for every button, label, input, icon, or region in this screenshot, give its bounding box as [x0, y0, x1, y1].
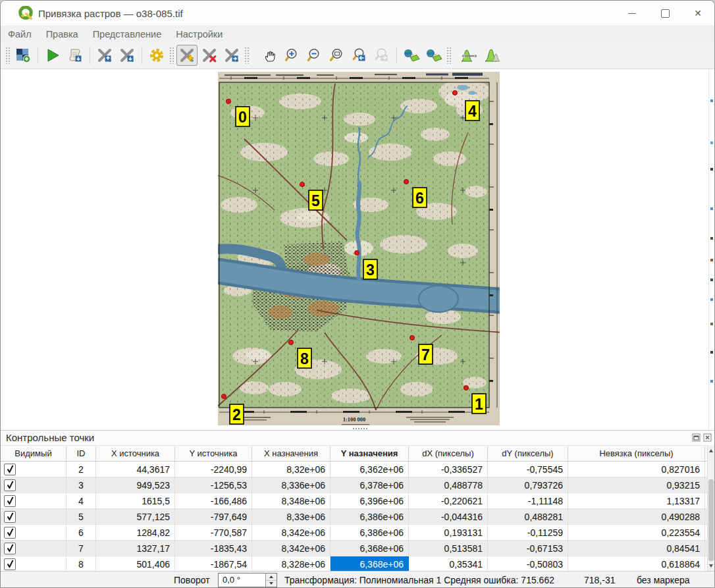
value-cell[interactable]: 0,488778 — [409, 477, 488, 493]
value-cell[interactable]: 1327,17 — [96, 541, 175, 556]
maximize-button[interactable] — [649, 1, 681, 26]
local-histogram-stretch-button[interactable] — [481, 45, 502, 66]
load-gcp-points-button[interactable] — [94, 45, 115, 66]
value-cell[interactable]: 0,84541 — [568, 541, 705, 556]
spin-down-button[interactable] — [266, 581, 277, 587]
value-cell[interactable]: -0,336527 — [409, 462, 488, 477]
column-header[interactable]: Видимый — [1, 446, 66, 461]
value-cell[interactable]: 8,336e+06 — [252, 477, 331, 493]
id-cell[interactable]: 4 — [66, 493, 96, 508]
value-cell[interactable]: 0,93215 — [568, 477, 705, 493]
value-cell[interactable]: 6,368e+06 — [331, 541, 409, 556]
link-qgis-to-georeferencer-button[interactable] — [423, 45, 444, 66]
table-scrollbar[interactable] — [707, 445, 714, 571]
column-header[interactable]: dY (пикселы) — [488, 446, 568, 461]
rotation-spinbox[interactable]: 0,0 ° — [218, 573, 277, 587]
gcp-marker[interactable] — [354, 250, 359, 255]
value-cell[interactable]: 6,386e+06 — [331, 525, 409, 540]
save-gcp-points-button[interactable] — [117, 45, 138, 66]
value-cell[interactable]: 8,328e+06 — [252, 556, 331, 571]
value-cell[interactable]: -0,044316 — [409, 509, 488, 524]
value-cell[interactable]: -1835,43 — [175, 541, 252, 556]
value-cell[interactable]: -0,67153 — [488, 541, 568, 556]
value-cell[interactable]: 44,3617 — [96, 462, 175, 477]
gcp-marker[interactable] — [463, 385, 468, 390]
close-button[interactable]: ✕ — [681, 1, 714, 26]
column-header[interactable]: Y источника — [175, 446, 252, 461]
scrollbar-thumb[interactable] — [708, 479, 714, 561]
id-cell[interactable]: 2 — [66, 462, 96, 477]
zoom-next-button[interactable] — [371, 45, 392, 66]
zoom-in-button[interactable] — [282, 45, 303, 66]
value-cell[interactable]: 0,193131 — [409, 525, 488, 540]
value-cell[interactable]: 8,342e+06 — [252, 541, 331, 556]
value-cell[interactable]: 577,125 — [96, 509, 175, 524]
value-cell[interactable]: 8,348e+06 — [252, 493, 331, 508]
gcp-marker[interactable] — [404, 179, 408, 184]
transformation-settings-button[interactable] — [146, 45, 167, 66]
gcp-marker[interactable] — [226, 99, 230, 103]
rotation-value[interactable]: 0,0 ° — [219, 574, 265, 587]
value-cell[interactable]: -1256,53 — [175, 477, 252, 493]
menu-settings[interactable]: Настройки — [169, 29, 230, 40]
id-cell[interactable]: 6 — [66, 525, 96, 540]
id-cell[interactable]: 7 — [66, 541, 96, 556]
gdal-script-button[interactable] — [65, 45, 86, 66]
visible-checkbox[interactable] — [4, 495, 16, 507]
move-point-button[interactable] — [221, 45, 242, 66]
value-cell[interactable]: 6,378e+06 — [331, 477, 409, 493]
column-header[interactable]: Y назначения — [331, 446, 409, 461]
value-cell[interactable]: 0,513581 — [409, 541, 488, 556]
raster-map[interactable]: 1:100 000 045638721 — [218, 72, 500, 425]
value-cell[interactable]: -0,75545 — [488, 462, 568, 477]
gcp-marker[interactable] — [221, 394, 226, 398]
value-cell[interactable]: -1,11148 — [488, 493, 568, 508]
value-cell[interactable]: -166,486 — [175, 493, 252, 508]
visible-checkbox[interactable] — [4, 479, 16, 491]
column-header[interactable]: X источника — [96, 446, 175, 461]
panel-float-button[interactable] — [691, 433, 701, 442]
value-cell[interactable]: 0,490288 — [568, 509, 705, 524]
visible-checkbox[interactable] — [4, 558, 16, 570]
value-cell[interactable]: 0,488281 — [488, 509, 568, 524]
value-cell[interactable]: -770,587 — [175, 525, 252, 540]
toolbar-grip[interactable] — [5, 47, 11, 64]
value-cell[interactable]: 0,223554 — [568, 525, 705, 540]
zoom-out-button[interactable] — [304, 45, 325, 66]
visible-checkbox[interactable] — [4, 543, 16, 554]
value-cell[interactable]: 6,386e+06 — [331, 509, 409, 524]
add-point-button[interactable] — [176, 45, 198, 66]
toolbar-grip[interactable] — [169, 47, 174, 64]
minimize-button[interactable] — [616, 1, 649, 26]
gcp-marker[interactable] — [452, 90, 457, 95]
column-header[interactable]: Невязка (пикселы) — [568, 446, 705, 461]
spin-up-button[interactable] — [266, 574, 277, 581]
visible-checkbox[interactable] — [4, 511, 16, 523]
value-cell[interactable]: -0,220621 — [409, 493, 488, 508]
toolbar-grip[interactable] — [446, 47, 452, 64]
value-cell[interactable]: 8,33e+06 — [252, 509, 331, 524]
value-cell[interactable]: 1284,82 — [96, 525, 175, 540]
value-cell[interactable]: 6,396e+06 — [331, 493, 409, 508]
open-raster-button[interactable] — [13, 45, 34, 66]
value-cell[interactable]: -1867,54 — [175, 556, 252, 571]
id-cell[interactable]: 8 — [66, 556, 96, 571]
link-georeferencer-to-qgis-button[interactable] — [401, 45, 422, 66]
full-histogram-stretch-button[interactable] — [459, 45, 480, 66]
value-cell[interactable]: 0,793726 — [488, 477, 568, 493]
value-cell[interactable]: 8,342e+06 — [252, 525, 331, 540]
value-cell[interactable]: -0,11259 — [488, 525, 568, 540]
map-canvas[interactable]: 1:100 000 045638721 — [1, 69, 714, 430]
scrollbar-up-arrow[interactable] — [708, 445, 714, 456]
column-header[interactable]: dX (пикселы) — [409, 446, 488, 461]
menu-view[interactable]: Представление — [86, 29, 169, 40]
panel-close-button[interactable] — [702, 433, 712, 442]
gcp-marker[interactable] — [300, 182, 304, 186]
zoom-to-layer-button[interactable] — [327, 45, 348, 66]
visible-checkbox[interactable] — [4, 527, 16, 539]
zoom-last-button[interactable] — [349, 45, 370, 66]
column-header[interactable]: X назначения — [252, 446, 331, 461]
value-cell[interactable]: 6,362e+06 — [331, 462, 409, 477]
value-cell[interactable]: 8,32e+06 — [252, 462, 331, 477]
gcp-marker[interactable] — [410, 335, 414, 340]
